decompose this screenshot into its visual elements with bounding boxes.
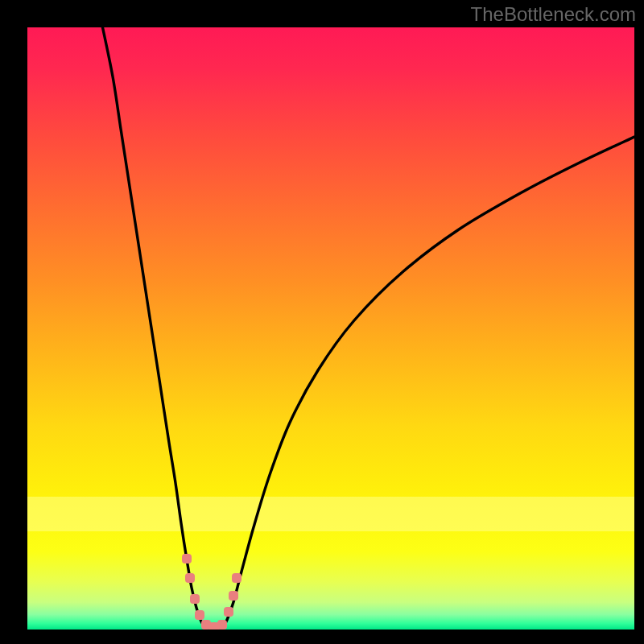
valley-marker [185, 573, 195, 583]
valley-marker [190, 594, 200, 604]
threshold-band [27, 497, 634, 531]
watermark-text: TheBottleneck.com [471, 3, 636, 26]
valley-marker [195, 610, 204, 620]
chart-container: { "watermark": "TheBottleneck.com", "cha… [0, 0, 644, 644]
bottleneck-chart [0, 0, 644, 644]
valley-marker [182, 554, 192, 564]
valley-marker [229, 591, 238, 601]
valley-marker [217, 620, 227, 630]
valley-marker [224, 607, 233, 617]
valley-marker [232, 573, 242, 583]
